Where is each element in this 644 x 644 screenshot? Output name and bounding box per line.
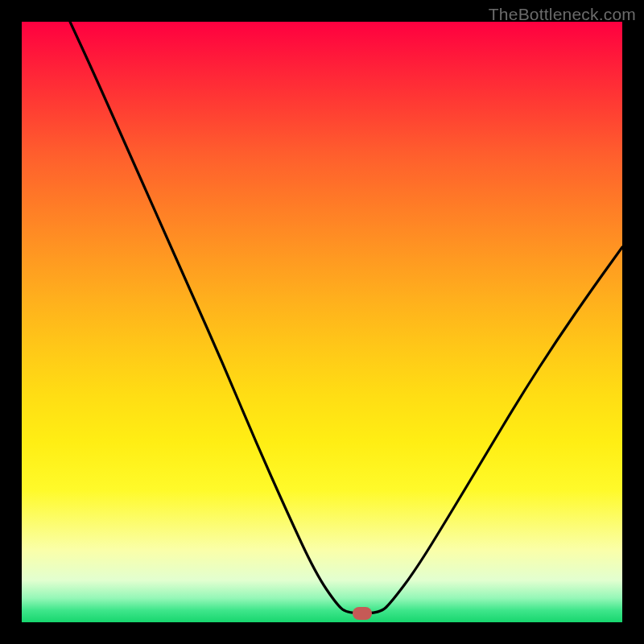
severity-gradient-background: [22, 22, 622, 622]
plot-area: [22, 22, 622, 622]
watermark-text: TheBottleneck.com: [489, 5, 636, 24]
chart-frame: TheBottleneck.com: [0, 0, 644, 644]
optimal-point-marker: [353, 607, 372, 620]
